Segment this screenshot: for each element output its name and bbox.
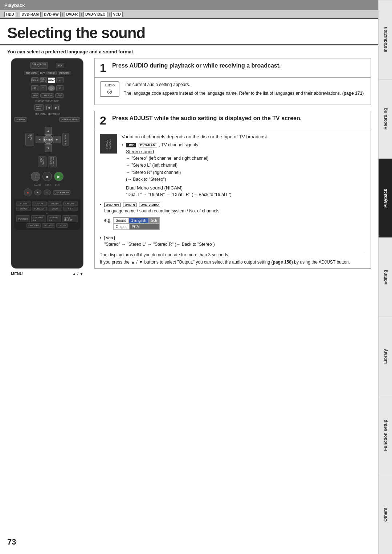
pip-btn: P in P: [63, 207, 78, 211]
step2-body1: Variation of channels depends on the dis…: [122, 134, 366, 139]
rec-btn: ●: [24, 188, 32, 196]
2ch-label: 2ch: [149, 217, 160, 224]
chp-divide-btn: CHP DIVIDE: [63, 201, 78, 206]
volume-btn: VOLUME ∧∨: [47, 215, 61, 222]
step1-body: AUDIO ◎ The current audio setting appear…: [95, 78, 371, 105]
subtitle-btn: SUBTITLE: [40, 77, 47, 83]
prev-btn: |◄: [45, 105, 52, 110]
channel-down: ∨: [56, 85, 64, 91]
frame-adj-btn: FRAME ADJ: [38, 156, 46, 167]
sidebar-tab-function-setup[interactable]: Function setup: [379, 396, 392, 475]
remote-column: OPEN/CLOSE▲ I/O TOP MENU DVD MENU RETURN…: [7, 58, 87, 547]
quick-menu-btn: QUICK MENU: [53, 190, 70, 195]
arrow3: → "Stereo R" (right channel): [126, 169, 366, 176]
step2-number: 2: [100, 115, 109, 126]
remote-bottom: REMAIN DISPLAY TIME BAR CHP DIVIDE DIMME…: [14, 199, 80, 230]
vcd-text: "Stereo" → "Stereo L" → "Stereo R" (→ Ba…: [104, 242, 366, 247]
sidebar-tab-editing[interactable]: Editing: [379, 237, 392, 317]
dvdrw-badge: DVD-RW: [104, 203, 121, 207]
format-vcd: VCD: [111, 12, 123, 17]
power-btn: I/O: [56, 63, 64, 68]
format-dvd-rw: DVD-RW: [42, 12, 61, 17]
sat-controls: SAT/CONT SAT/MON TV/DVR: [16, 223, 78, 228]
icon3: ◎: [48, 85, 55, 91]
fwd-skip-btn: ►► SKIP: [62, 133, 69, 146]
sidebar-tab-introduction[interactable]: Introduction: [379, 0, 392, 79]
icon1: ⊞: [31, 85, 38, 91]
sidebar-tab-others[interactable]: Others: [379, 475, 392, 554]
example-box-inner: Sound 1 English 2ch Output PCM: [113, 217, 160, 230]
pause-btn: ⏸: [31, 172, 40, 181]
hdd-dvdram-row: • HDD DVD-RAM , TV channel signals: [122, 142, 366, 148]
menu-label: MENU: [11, 272, 23, 276]
arrow4: (→ Back to "Stereo"): [126, 176, 366, 183]
dvdr-badge: DVD-R: [123, 203, 136, 207]
sidebar: Introduction Recording Playback Editing …: [378, 0, 392, 554]
icon2: □: [40, 85, 47, 91]
slow-btn: SLOW ◄◄: [25, 133, 34, 146]
remote-labels: MENU ▲ / ▼: [11, 272, 83, 276]
menu-btn: MENU: [46, 71, 57, 75]
pl-select-btn: PL SELECT: [32, 207, 47, 211]
dvdram-badge: DVD-RAM: [139, 143, 157, 147]
audio-btn: AUDIO: [48, 77, 55, 83]
sidebar-tab-library[interactable]: Library: [379, 317, 392, 396]
zoom-btn: ZOOM: [48, 207, 62, 211]
library-btn: LIBRARY: [14, 117, 27, 122]
example-box: Sound 1 English 2ch Output PCM: [113, 217, 160, 230]
input-select-btn: INPUT SELECT: [62, 215, 78, 222]
tv-video-btn: TV/VIDEO: [16, 215, 30, 222]
subtitle: You can select a preferred language and …: [0, 45, 378, 58]
content-menu-btn: CONTENT MENU: [59, 117, 80, 122]
star-btn: ★: [34, 190, 41, 195]
main-content: Playback HDD | DVD-RAM DVD-RW | DVD-R | …: [0, 0, 378, 554]
remote-control: OPEN/CLOSE▲ I/O TOP MENU DVD MENU RETURN…: [11, 58, 83, 269]
easy-nav-btn: EASYNAVI: [34, 104, 44, 111]
step1-body2: The language code appears instead of the…: [124, 90, 364, 97]
adjust-note: If you press the ▲ / ▼ buttons to select…: [100, 260, 366, 265]
circle-btn: ○: [44, 190, 51, 195]
picture-search-btn: PICTURE SEARCH: [48, 156, 57, 167]
nav-cross: ▲ ▼ ◄ ► ENTER: [36, 127, 61, 152]
fwd-btn: ►|: [53, 105, 60, 110]
example-section: e.g. Sound 1 English 2ch Output: [104, 215, 366, 232]
top-bar: Playback: [0, 0, 378, 10]
audio-icon-block: AUDIO ◎ The current audio setting appear…: [100, 81, 366, 99]
content-area: OPEN/CLOSE▲ I/O TOP MENU DVD MENU RETURN…: [0, 58, 378, 554]
step1-number: 1: [100, 62, 109, 74]
updown-label: ▲ / ▼: [72, 272, 83, 276]
format-dvd-ram: DVD-RAM: [20, 12, 41, 17]
step1-block: 1 Press AUDIO during playback or while r…: [94, 58, 371, 105]
sat-mon-btn: SAT/MON: [42, 223, 55, 228]
sat-cont-btn: SAT/CONT: [26, 223, 41, 228]
time-bar-btn: TIME BAR: [48, 201, 62, 206]
stereo-sound-label: Stereo sound: [126, 149, 366, 154]
step1-title: Press AUDIO during playback or while rec…: [112, 62, 281, 70]
step1-header: 1 Press AUDIO during playback or while r…: [95, 58, 371, 78]
english-label: 1 English: [129, 217, 149, 224]
dimmer-btn: DIMMER: [16, 207, 31, 211]
format-hdd: HDD: [4, 12, 16, 17]
play-btn: ▶: [54, 172, 64, 181]
format-dvd-video: DVD-VIDEO: [83, 12, 107, 17]
step2-icon-text: FRAMEADJUST Variation of channels depend…: [100, 134, 366, 198]
sidebar-tab-playback[interactable]: Playback: [379, 158, 392, 237]
step2-header: 2 Press ADJUST while the audio setting i…: [95, 111, 371, 130]
audio-icon-symbol: ◎: [103, 88, 116, 95]
instructions-column: 1 Press AUDIO during playback or while r…: [94, 58, 371, 547]
format-bar: HDD | DVD-RAM DVD-RW | DVD-R | DVD-VIDEO…: [0, 10, 378, 19]
skip-label: SKIP: [54, 100, 59, 102]
open-close-btn: OPEN/CLOSE▲: [30, 62, 48, 69]
format-dvd-r: DVD-R: [65, 12, 80, 17]
dvd-btn2: DVD: [55, 93, 64, 98]
sidebar-tab-recording[interactable]: Recording: [379, 79, 392, 158]
nav-down: ▼: [45, 144, 52, 152]
step2-body: FRAMEADJUST Variation of channels depend…: [95, 130, 371, 268]
display-off-text: The display turns off if you do not oper…: [100, 252, 366, 257]
dvd-label: DVD: [40, 72, 46, 74]
dvdrw-badges-row: • DVD-RW DVD-R DVD-VIDEO: [100, 202, 366, 207]
divider: [100, 250, 366, 250]
audio-icon-label: AUDIO: [103, 83, 116, 87]
step1-body1: The current audio setting appears.: [124, 81, 364, 88]
display-btn: DISPLAY: [32, 201, 47, 206]
